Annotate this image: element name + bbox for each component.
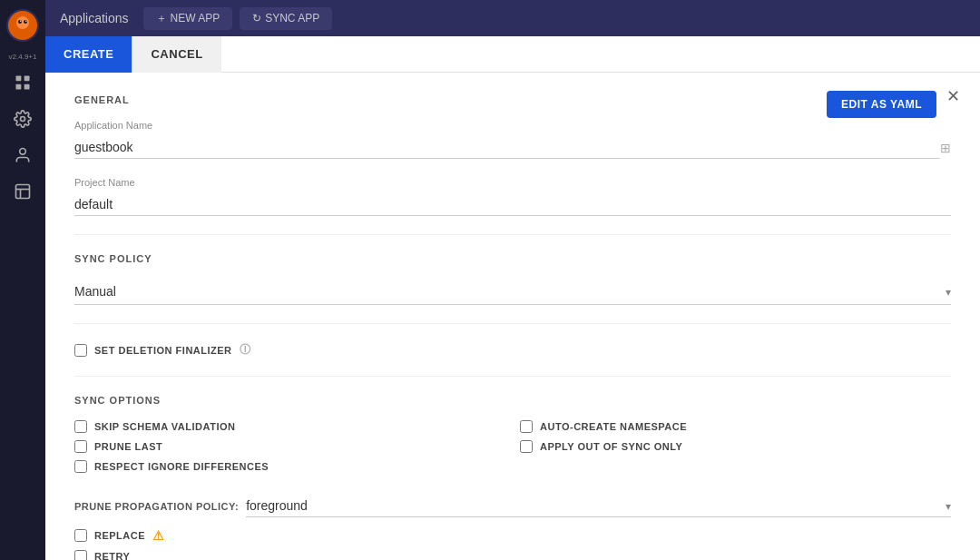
sync-options-left: SKIP SCHEMA VALIDATION PRUNE LAST RESPEC… (74, 420, 505, 480)
auto-create-namespace-checkbox[interactable] (520, 420, 533, 433)
deletion-finalizer-label: SET DELETION FINALIZER (94, 345, 232, 356)
sidebar-item-applications[interactable] (8, 68, 37, 97)
new-app-label: NEW APP (171, 12, 220, 25)
app-logo (6, 9, 39, 42)
topbar: Applications ＋ NEW APP ↻ SYNC APP (45, 0, 980, 36)
action-bar: CREATE CANCEL (45, 36, 980, 73)
retry-item: RETRY (74, 550, 951, 560)
sidebar: v2.4.9+1 (0, 0, 45, 560)
project-name-input[interactable] (74, 193, 951, 216)
project-name-group: Project Name (74, 177, 951, 216)
create-button[interactable]: CREATE (45, 36, 132, 73)
svg-point-5 (25, 21, 26, 22)
auto-create-namespace-item: AUTO-CREATE NAMESPACE (520, 420, 951, 433)
svg-point-2 (18, 20, 22, 24)
prune-last-item: PRUNE LAST (74, 440, 505, 453)
respect-ignore-differences-label: RESPECT IGNORE DIFFERENCES (94, 461, 269, 472)
warning-icon: ⚠ (152, 528, 165, 543)
svg-point-11 (20, 149, 26, 155)
auto-create-namespace-label: AUTO-CREATE NAMESPACE (540, 421, 687, 432)
section-divider-2 (74, 323, 951, 324)
respect-ignore-differences-checkbox[interactable] (74, 460, 87, 473)
replace-item: REPLACE ⚠ (74, 528, 951, 543)
apply-out-of-sync-checkbox[interactable] (520, 440, 533, 453)
topbar-actions: ＋ NEW APP ↻ SYNC APP (143, 7, 333, 30)
sync-options-right: AUTO-CREATE NAMESPACE APPLY OUT OF SYNC … (520, 420, 951, 480)
prune-propagation-policy-row: PRUNE PROPAGATION POLICY: foreground bac… (74, 495, 951, 517)
retry-label: RETRY (94, 551, 130, 560)
apply-out-of-sync-item: APPLY OUT OF SYNC ONLY (520, 440, 951, 453)
sync-app-label: SYNC APP (265, 12, 319, 25)
sync-options-grid: SKIP SCHEMA VALIDATION PRUNE LAST RESPEC… (74, 420, 951, 480)
sidebar-item-settings[interactable] (8, 104, 37, 133)
application-name-input[interactable] (74, 136, 940, 159)
sync-app-button[interactable]: ↻ SYNC APP (240, 7, 332, 30)
skip-schema-validation-checkbox[interactable] (74, 420, 87, 433)
new-app-button[interactable]: ＋ NEW APP (143, 7, 233, 30)
replace-checkbox[interactable] (74, 529, 87, 542)
svg-rect-9 (24, 84, 30, 90)
svg-point-10 (21, 117, 25, 122)
apply-out-of-sync-label: APPLY OUT OF SYNC ONLY (540, 441, 682, 452)
svg-rect-8 (16, 84, 22, 90)
svg-point-1 (16, 16, 29, 29)
prune-propagation-label: PRUNE PROPAGATION POLICY: (74, 501, 239, 512)
retry-checkbox[interactable] (74, 550, 87, 560)
cancel-button[interactable]: CANCEL (132, 36, 220, 73)
section-divider (74, 234, 951, 235)
dialog-form: ✕ EDIT AS YAML GENERAL Application Name … (45, 73, 980, 560)
skip-schema-validation-item: SKIP SCHEMA VALIDATION (74, 420, 505, 433)
prune-last-checkbox[interactable] (74, 440, 87, 453)
svg-point-3 (24, 20, 27, 24)
sync-policy-select[interactable]: Manual Automatic (74, 279, 951, 305)
sync-policy-dropdown-wrapper: Manual Automatic ▾ (74, 279, 951, 305)
deletion-finalizer-item: SET DELETION FINALIZER ⓘ (74, 342, 951, 358)
sidebar-item-user[interactable] (8, 141, 37, 170)
prune-policy-dropdown-wrapper: foreground background orphan ▾ (246, 495, 951, 517)
application-name-input-wrapper: ⊞ (74, 136, 951, 159)
version-label: v2.4.9+1 (9, 53, 37, 61)
plus-icon: ＋ (156, 11, 167, 26)
project-name-label: Project Name (74, 177, 951, 188)
topbar-title: Applications (60, 11, 129, 25)
prune-last-label: PRUNE LAST (94, 441, 162, 452)
input-grid-icon: ⊞ (940, 141, 951, 155)
sync-options-section-title: SYNC OPTIONS (74, 395, 951, 406)
deletion-finalizer-checkbox[interactable] (74, 344, 87, 357)
respect-ignore-differences-item: RESPECT IGNORE DIFFERENCES (74, 460, 505, 473)
sync-policy-section-title: SYNC POLICY (74, 253, 951, 264)
prune-policy-select[interactable]: foreground background orphan (246, 495, 951, 517)
svg-rect-6 (16, 76, 22, 82)
svg-point-4 (20, 21, 21, 22)
svg-rect-12 (16, 185, 30, 199)
sync-icon: ↻ (252, 12, 261, 25)
svg-rect-7 (24, 76, 30, 82)
skip-schema-validation-label: SKIP SCHEMA VALIDATION (94, 421, 235, 432)
sidebar-item-docs[interactable] (8, 177, 37, 206)
main-content: Applications ＋ NEW APP ↻ SYNC APP CREATE… (45, 0, 980, 560)
application-name-label: Application Name (74, 120, 951, 131)
edit-yaml-button[interactable]: EDIT AS YAML (827, 91, 936, 118)
info-icon[interactable]: ⓘ (240, 342, 251, 358)
section-divider-3 (74, 376, 951, 377)
sync-policy-group: Manual Automatic ▾ (74, 279, 951, 305)
replace-label: REPLACE (94, 530, 145, 541)
general-section-title: GENERAL (74, 94, 951, 105)
close-button[interactable]: ✕ (940, 84, 965, 109)
application-name-group: Application Name ⊞ (74, 120, 951, 159)
